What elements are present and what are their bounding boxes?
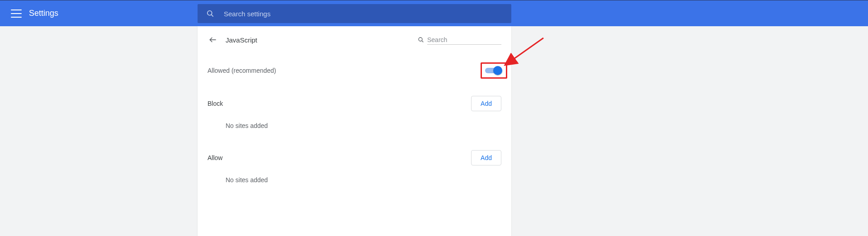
header-search-input[interactable] bbox=[223, 9, 503, 18]
page-search-input[interactable] bbox=[427, 35, 501, 45]
settings-card: JavaScript Allowed (recommended) Block A… bbox=[198, 26, 511, 236]
app-header: Settings bbox=[0, 0, 868, 26]
svg-line-5 bbox=[513, 38, 543, 60]
section-allow-title: Allow bbox=[208, 154, 222, 161]
app-title: Settings bbox=[29, 9, 58, 18]
setting-row-allowed: Allowed (recommended) bbox=[198, 66, 511, 75]
page-title: JavaScript bbox=[226, 36, 257, 44]
section-allow-header: Allow Add bbox=[198, 150, 511, 165]
header-search[interactable] bbox=[198, 4, 511, 23]
search-icon bbox=[206, 9, 215, 18]
block-empty-message: No sites added bbox=[198, 122, 511, 129]
svg-point-0 bbox=[208, 11, 212, 15]
svg-line-4 bbox=[422, 41, 423, 42]
page-header: JavaScript bbox=[198, 26, 511, 45]
back-button[interactable] bbox=[208, 34, 218, 45]
menu-icon[interactable] bbox=[11, 8, 22, 19]
block-add-button[interactable]: Add bbox=[471, 96, 501, 111]
allow-empty-message: No sites added bbox=[198, 176, 511, 184]
page-search[interactable] bbox=[417, 35, 501, 45]
section-block-title: Block bbox=[208, 100, 223, 107]
javascript-toggle[interactable] bbox=[485, 66, 501, 75]
search-icon bbox=[417, 36, 425, 43]
toggle-knob bbox=[493, 66, 502, 75]
svg-point-3 bbox=[419, 38, 422, 41]
svg-line-1 bbox=[212, 15, 213, 17]
annotation-arrow bbox=[507, 36, 546, 63]
setting-label: Allowed (recommended) bbox=[208, 67, 276, 74]
allow-add-button[interactable]: Add bbox=[471, 150, 501, 165]
section-block-header: Block Add bbox=[198, 96, 511, 111]
